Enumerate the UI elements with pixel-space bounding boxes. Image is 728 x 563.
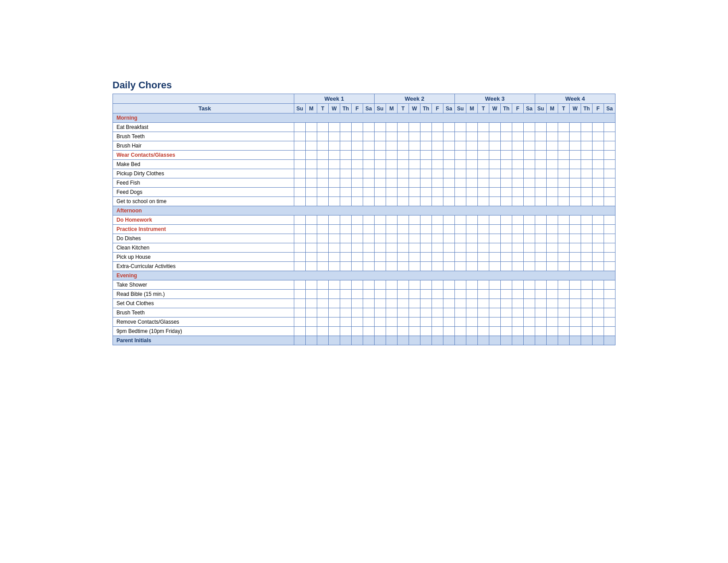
day-cell[interactable] <box>466 169 478 178</box>
day-cell[interactable] <box>524 308 535 317</box>
day-cell[interactable] <box>478 151 489 160</box>
day-cell[interactable] <box>432 317 443 327</box>
day-cell[interactable] <box>329 243 340 253</box>
day-cell[interactable] <box>535 178 547 188</box>
day-cell[interactable] <box>329 225 340 234</box>
day-cell[interactable] <box>432 234 443 243</box>
day-cell[interactable] <box>294 336 306 345</box>
day-cell[interactable] <box>352 280 363 290</box>
day-cell[interactable] <box>432 123 443 132</box>
day-cell[interactable] <box>478 280 489 290</box>
day-cell[interactable] <box>604 243 615 253</box>
day-cell[interactable] <box>386 225 398 234</box>
day-cell[interactable] <box>432 225 443 234</box>
day-cell[interactable] <box>375 123 386 132</box>
day-cell[interactable] <box>317 336 329 345</box>
day-cell[interactable] <box>420 317 432 327</box>
day-cell[interactable] <box>443 169 455 178</box>
day-cell[interactable] <box>306 215 317 225</box>
day-cell[interactable] <box>386 262 398 271</box>
day-cell[interactable] <box>581 308 593 317</box>
day-cell[interactable] <box>329 290 340 299</box>
day-cell[interactable] <box>535 336 547 345</box>
day-cell[interactable] <box>294 243 306 253</box>
day-cell[interactable] <box>604 215 615 225</box>
day-cell[interactable] <box>501 308 512 317</box>
day-cell[interactable] <box>535 234 547 243</box>
day-cell[interactable] <box>409 253 420 262</box>
day-cell[interactable] <box>409 160 420 169</box>
day-cell[interactable] <box>398 132 409 141</box>
day-cell[interactable] <box>363 308 375 317</box>
day-cell[interactable] <box>604 178 615 188</box>
day-cell[interactable] <box>420 160 432 169</box>
day-cell[interactable] <box>501 234 512 243</box>
day-cell[interactable] <box>604 327 615 336</box>
day-cell[interactable] <box>340 336 352 345</box>
day-cell[interactable] <box>420 253 432 262</box>
day-cell[interactable] <box>432 197 443 206</box>
day-cell[interactable] <box>570 160 581 169</box>
day-cell[interactable] <box>420 141 432 151</box>
day-cell[interactable] <box>524 243 535 253</box>
day-cell[interactable] <box>294 169 306 178</box>
day-cell[interactable] <box>489 132 501 141</box>
day-cell[interactable] <box>489 336 501 345</box>
day-cell[interactable] <box>512 280 524 290</box>
day-cell[interactable] <box>386 160 398 169</box>
day-cell[interactable] <box>398 308 409 317</box>
day-cell[interactable] <box>352 225 363 234</box>
day-cell[interactable] <box>512 290 524 299</box>
day-cell[interactable] <box>352 299 363 308</box>
day-cell[interactable] <box>593 317 604 327</box>
day-cell[interactable] <box>340 280 352 290</box>
day-cell[interactable] <box>604 188 615 197</box>
day-cell[interactable] <box>501 280 512 290</box>
day-cell[interactable] <box>604 169 615 178</box>
day-cell[interactable] <box>558 299 570 308</box>
day-cell[interactable] <box>604 290 615 299</box>
day-cell[interactable] <box>455 160 466 169</box>
day-cell[interactable] <box>558 262 570 271</box>
day-cell[interactable] <box>547 169 558 178</box>
day-cell[interactable] <box>455 327 466 336</box>
day-cell[interactable] <box>375 327 386 336</box>
day-cell[interactable] <box>558 280 570 290</box>
day-cell[interactable] <box>409 280 420 290</box>
day-cell[interactable] <box>558 188 570 197</box>
day-cell[interactable] <box>294 141 306 151</box>
day-cell[interactable] <box>489 243 501 253</box>
day-cell[interactable] <box>489 215 501 225</box>
day-cell[interactable] <box>294 123 306 132</box>
day-cell[interactable] <box>501 141 512 151</box>
day-cell[interactable] <box>352 234 363 243</box>
day-cell[interactable] <box>340 290 352 299</box>
day-cell[interactable] <box>535 151 547 160</box>
day-cell[interactable] <box>363 215 375 225</box>
day-cell[interactable] <box>604 123 615 132</box>
day-cell[interactable] <box>593 280 604 290</box>
day-cell[interactable] <box>604 132 615 141</box>
day-cell[interactable] <box>547 215 558 225</box>
day-cell[interactable] <box>455 169 466 178</box>
day-cell[interactable] <box>501 243 512 253</box>
day-cell[interactable] <box>593 225 604 234</box>
day-cell[interactable] <box>524 215 535 225</box>
day-cell[interactable] <box>570 280 581 290</box>
day-cell[interactable] <box>478 169 489 178</box>
day-cell[interactable] <box>352 169 363 178</box>
day-cell[interactable] <box>593 262 604 271</box>
day-cell[interactable] <box>317 280 329 290</box>
day-cell[interactable] <box>489 308 501 317</box>
day-cell[interactable] <box>420 132 432 141</box>
day-cell[interactable] <box>443 234 455 243</box>
day-cell[interactable] <box>570 178 581 188</box>
day-cell[interactable] <box>535 317 547 327</box>
day-cell[interactable] <box>478 327 489 336</box>
day-cell[interactable] <box>363 317 375 327</box>
day-cell[interactable] <box>420 336 432 345</box>
day-cell[interactable] <box>317 225 329 234</box>
day-cell[interactable] <box>352 141 363 151</box>
day-cell[interactable] <box>352 151 363 160</box>
day-cell[interactable] <box>466 151 478 160</box>
